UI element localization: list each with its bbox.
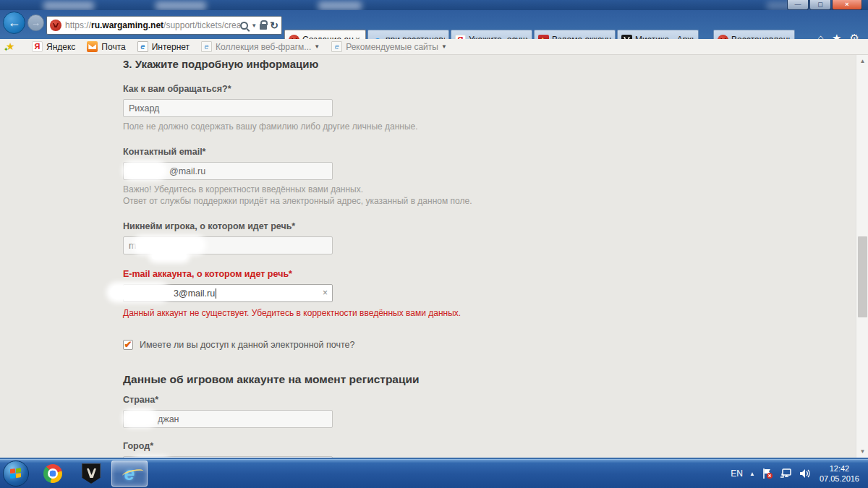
name-help-text: Поле не должно содержать вашу фамилию ли… xyxy=(123,121,644,132)
favorite-label: Почта xyxy=(101,42,125,52)
name-field-wrap: Рихард xyxy=(123,99,333,117)
country-field-wrap: джан xyxy=(123,410,333,428)
contact-email-help-2: Ответ от службы поддержки придёт на элек… xyxy=(123,196,644,206)
scrollbar-thumb[interactable] xyxy=(858,236,867,317)
window-controls: — ◻ × xyxy=(786,0,862,10)
back-button[interactable]: ← xyxy=(3,12,25,34)
redaction-blur xyxy=(126,164,163,177)
clear-field-icon[interactable]: × xyxy=(323,288,328,298)
page-viewport: 3. Укажите подробную информацию Как к ва… xyxy=(0,55,868,459)
hidden-icons-icon[interactable]: ▲ xyxy=(749,471,755,477)
browser-toolbar: ← → https://ru.wargaming.net/support/tic… xyxy=(0,10,868,39)
desktop-screen: — ◻ × ← → https://ru.wargaming.net/suppo… xyxy=(0,0,868,488)
email-access-checkbox-row: ✔ Имеете ли вы доступ к данной электронн… xyxy=(123,340,644,350)
text-cursor xyxy=(216,288,216,299)
add-favorite-button[interactable]: ★ xyxy=(6,41,20,52)
favorite-yandex[interactable]: Я Яндекс xyxy=(32,41,75,52)
scroll-up-icon[interactable]: ▲ xyxy=(856,55,868,67)
account-email-error: Данный аккаунт не существует. Убедитесь … xyxy=(123,308,644,318)
start-button[interactable] xyxy=(3,461,29,487)
language-indicator[interactable]: EN xyxy=(731,468,743,479)
clock-time: 12:42 xyxy=(820,463,859,474)
internet-explorer-icon: e xyxy=(124,463,135,485)
redaction-blur xyxy=(110,286,166,299)
nickname-value: m xyxy=(129,241,136,251)
close-button[interactable]: × xyxy=(832,0,862,10)
autocomplete-dropdown-icon[interactable]: ▼ xyxy=(251,22,257,29)
contact-email-field-wrap: @mail.ru xyxy=(123,162,333,180)
taskbar-ie-button[interactable]: e xyxy=(111,461,148,487)
scroll-down-icon[interactable]: ▼ xyxy=(856,445,868,458)
nickname-field-wrap: m xyxy=(123,236,333,254)
mail-envelope-icon xyxy=(87,41,98,52)
name-value: Рихард xyxy=(129,103,159,114)
security-lock-icon[interactable] xyxy=(260,24,267,30)
address-bar[interactable]: https://ru.wargaming.net/support/tickets… xyxy=(46,16,282,35)
action-center-flag-icon[interactable] xyxy=(762,468,773,479)
taskbar-apps: e xyxy=(35,461,150,487)
world-of-tanks-icon xyxy=(82,463,101,484)
window-titlebar: — ◻ × xyxy=(0,0,868,10)
system-tray: EN ▲ 12:42 07.05.2016 xyxy=(731,459,864,488)
url-text[interactable]: https://ru.wargaming.net/support/tickets… xyxy=(65,20,240,30)
navigation-buttons: ← → xyxy=(3,12,44,34)
favorite-label: Коллекция веб-фрагм... xyxy=(216,42,311,52)
search-icon[interactable] xyxy=(240,22,248,30)
ticket-form: 3. Укажите подробную информацию Как к ва… xyxy=(123,55,644,459)
section-title: 3. Укажите подробную информацию xyxy=(123,58,644,70)
webpage-icon: e xyxy=(201,41,212,52)
favorite-suggested-sites[interactable]: e Рекомендуемые сайты ▼ xyxy=(331,41,447,52)
maximize-button[interactable]: ◻ xyxy=(809,0,831,10)
aero-reflection xyxy=(318,1,362,10)
chevron-down-icon[interactable]: ▼ xyxy=(314,43,320,50)
redaction-blur xyxy=(152,252,187,260)
minimize-button[interactable]: — xyxy=(787,0,809,10)
city-label: Город* xyxy=(123,441,644,451)
favorite-label: Рекомендуемые сайты xyxy=(346,42,438,52)
chevron-down-icon[interactable]: ▼ xyxy=(441,43,447,50)
nickname-label: Никнейм игрока, о котором идет речь* xyxy=(123,221,644,231)
registration-data-title: Данные об игровом аккаунте на момент рег… xyxy=(123,373,644,386)
favorite-internet[interactable]: e Интернет xyxy=(137,41,190,52)
windows-logo-icon xyxy=(10,468,22,479)
name-label: Как к вам обращаться?* xyxy=(123,84,644,94)
favorite-label: Интернет xyxy=(152,42,190,52)
account-email-field-wrap: 3@mail.ru × xyxy=(123,284,333,302)
network-icon[interactable] xyxy=(780,468,792,479)
wargaming-favicon-icon xyxy=(50,20,61,31)
contact-email-label: Контактный email* xyxy=(123,147,644,157)
yandex-icon: Я xyxy=(32,41,43,52)
taskbar-wot-button[interactable] xyxy=(73,461,109,487)
address-bar-icons: ▼ ↻ xyxy=(240,20,278,31)
email-access-checkbox[interactable]: ✔ xyxy=(123,340,133,350)
favorite-web-slices[interactable]: e Коллекция веб-фрагм... ▼ xyxy=(201,41,320,52)
name-input[interactable]: Рихард xyxy=(123,99,333,117)
contact-email-help-1: Важно! Убедитесь в корректности введённы… xyxy=(123,184,644,194)
refresh-icon[interactable]: ↻ xyxy=(270,20,278,31)
vertical-scrollbar[interactable]: ▲ ▼ xyxy=(856,55,868,458)
chrome-icon xyxy=(43,464,62,483)
add-favorite-icon: ★ xyxy=(6,41,17,52)
webpage-icon: e xyxy=(331,41,342,52)
volume-icon[interactable] xyxy=(799,468,810,479)
forward-button[interactable]: → xyxy=(27,14,44,31)
aero-reflection xyxy=(43,1,94,10)
favorites-bar: ★ Я Яндекс Почта e Интернет e Коллекция … xyxy=(0,39,868,55)
redaction-blur xyxy=(136,239,203,252)
country-label: Страна* xyxy=(123,395,644,405)
account-email-label: E-mail аккаунта, о котором идет речь* xyxy=(123,269,644,279)
clock-date: 07.05.2016 xyxy=(820,474,859,484)
taskbar-chrome-button[interactable] xyxy=(35,461,71,487)
favorite-label: Яндекс xyxy=(46,42,75,52)
taskbar-clock[interactable]: 12:42 07.05.2016 xyxy=(820,463,859,484)
redaction-blur xyxy=(126,412,153,424)
aero-reflection xyxy=(156,1,206,10)
webpage-icon: e xyxy=(137,41,148,52)
favorite-mail[interactable]: Почта xyxy=(87,41,125,52)
taskbar: e EN ▲ 12:42 07.05.2016 xyxy=(0,459,868,488)
checkbox-label: Имеете ли вы доступ к данной электронной… xyxy=(140,340,354,350)
country-input[interactable]: джан xyxy=(123,410,333,428)
